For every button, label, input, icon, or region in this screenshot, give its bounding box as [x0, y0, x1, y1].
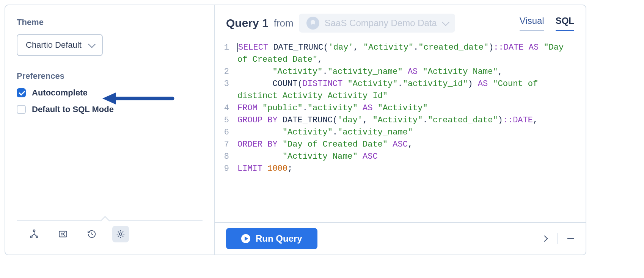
- default-sql-checkbox[interactable]: [17, 105, 26, 114]
- gear-icon[interactable]: [112, 226, 129, 242]
- chevron-down-icon: [442, 19, 449, 26]
- from-label: from: [274, 17, 294, 29]
- default-sql-row[interactable]: Default to SQL Mode: [17, 105, 203, 114]
- autocomplete-checkbox[interactable]: [17, 88, 26, 97]
- run-query-button[interactable]: Run Query: [226, 228, 317, 249]
- theme-select-value: Chartio Default: [26, 40, 82, 50]
- play-icon: [241, 234, 250, 243]
- tab-sql[interactable]: SQL: [556, 16, 574, 31]
- default-sql-label: Default to SQL Mode: [32, 105, 114, 114]
- settings-content: Theme Chartio Default Preferences Autoco…: [17, 17, 203, 220]
- query-panel: Query 1 from SaaS Company Demo Data Visu…: [215, 5, 586, 255]
- minus-icon[interactable]: [567, 238, 574, 239]
- postgres-icon: [306, 17, 319, 30]
- svg-point-7: [311, 22, 312, 23]
- query-header: Query 1 from SaaS Company Demo Data Visu…: [215, 5, 586, 33]
- query-title: Query 1: [226, 17, 269, 30]
- footer-controls: [542, 233, 574, 244]
- mode-tabs: Visual SQL: [520, 16, 574, 31]
- settings-sidebar: Theme Chartio Default Preferences Autoco…: [5, 5, 215, 255]
- data-source-select[interactable]: SaaS Company Demo Data: [299, 14, 455, 33]
- variables-icon[interactable]: [55, 226, 71, 242]
- history-icon[interactable]: [83, 226, 100, 242]
- line-gutter: 123456789: [220, 42, 237, 218]
- schema-icon[interactable]: [26, 226, 42, 242]
- autocomplete-row[interactable]: Autocomplete: [17, 88, 203, 98]
- sql-editor[interactable]: 123456789 SELECT DATE_TRUNC('day', "Acti…: [215, 33, 586, 222]
- query-footer: Run Query: [215, 222, 586, 255]
- data-source-name: SaaS Company Demo Data: [325, 18, 437, 28]
- sidebar-footer: [17, 220, 203, 247]
- tab-visual[interactable]: Visual: [520, 16, 544, 31]
- run-query-label: Run Query: [256, 233, 302, 244]
- main-row: Theme Chartio Default Preferences Autoco…: [5, 5, 586, 255]
- svg-point-2: [33, 230, 35, 232]
- autocomplete-label: Autocomplete: [32, 88, 88, 98]
- divider: [557, 233, 558, 244]
- preferences-section-label: Preferences: [17, 71, 203, 81]
- preferences-section: Preferences Autocomplete Default to SQL …: [17, 71, 203, 114]
- sql-code-area[interactable]: SELECT DATE_TRUNC('day', "Activity"."cre…: [237, 42, 574, 218]
- chevron-down-icon: [88, 41, 96, 48]
- app-frame: Theme Chartio Default Preferences Autoco…: [5, 5, 586, 255]
- svg-point-6: [119, 233, 122, 236]
- theme-select[interactable]: Chartio Default: [17, 34, 103, 56]
- chevron-right-icon[interactable]: [542, 236, 548, 242]
- svg-point-8: [313, 22, 314, 23]
- theme-section-label: Theme: [17, 17, 203, 27]
